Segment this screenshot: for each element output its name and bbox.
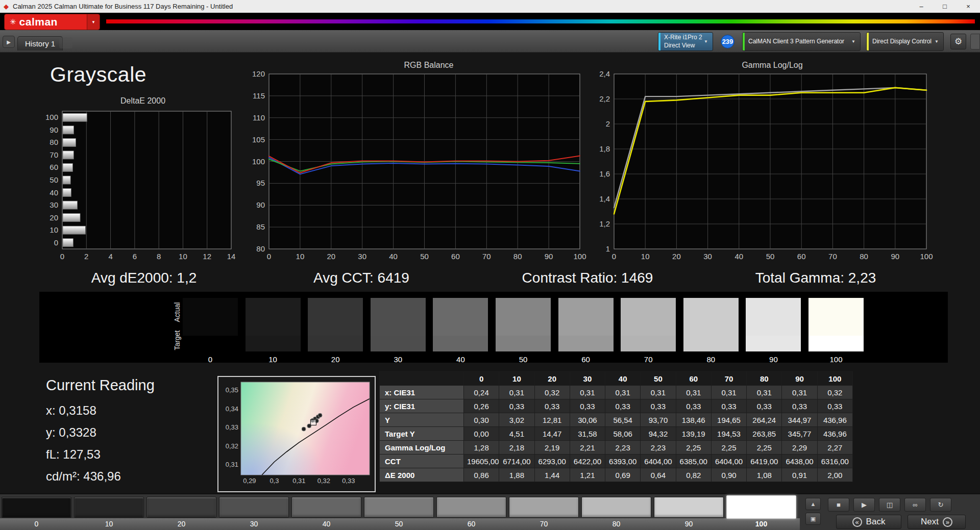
table-col-header: 50: [641, 372, 676, 386]
svg-text:20: 20: [672, 252, 681, 261]
eject-icon-button[interactable]: ▲: [805, 498, 821, 510]
pattern-level-button-50[interactable]: [364, 497, 434, 518]
minimize-button[interactable]: –: [910, 0, 933, 13]
pattern-level-button-80[interactable]: [581, 497, 651, 518]
svg-text:70: 70: [482, 252, 491, 261]
pattern-level-button-70[interactable]: [509, 497, 579, 518]
svg-text:50: 50: [420, 252, 429, 261]
svg-text:30: 30: [703, 252, 712, 261]
swatch-label-60: 60: [558, 355, 614, 364]
calman-logo[interactable]: ✳ calman ▾: [4, 14, 100, 30]
rgb-balance-plot: 0102030405060708090100808590951001051101…: [250, 71, 607, 265]
meter-count-badge[interactable]: 239: [721, 35, 734, 48]
table-cell: 0,31: [499, 386, 534, 399]
new-tab-button[interactable]: [59, 37, 72, 48]
grayscale-swatches: Actual Target 0102030405060708090100: [39, 292, 948, 363]
meter-dropdown[interactable]: X-Rite i1Pro 2 Direct View ▼: [658, 32, 713, 51]
svg-text:2,4: 2,4: [599, 71, 610, 78]
svg-text:1,6: 1,6: [599, 169, 610, 178]
table-cell: 0,33: [605, 399, 641, 413]
display-control-dropdown[interactable]: Direct Display Control ▼: [866, 32, 944, 51]
pattern-generator-dropdown[interactable]: CalMAN Client 3 Pattern Generator ▼: [742, 32, 861, 51]
pattern-level-button-20[interactable]: [146, 497, 216, 518]
calman-logo-text: calman: [19, 15, 58, 29]
svg-text:0,31: 0,31: [226, 461, 238, 468]
pattern-level-label-40: 40: [291, 518, 361, 530]
continuous-measure-button[interactable]: ∞: [904, 498, 926, 512]
tab-history-1[interactable]: History 1: [17, 36, 63, 51]
grayscale-swatch-40: 40: [433, 298, 488, 364]
table-row-label: x: CIE31: [380, 386, 464, 399]
table-cell: 4,51: [499, 427, 534, 441]
save-button[interactable]: ◫: [879, 498, 900, 512]
pattern-level-button-60[interactable]: [436, 497, 506, 518]
svg-text:100: 100: [920, 252, 933, 261]
svg-text:10: 10: [641, 252, 650, 261]
table-cell: 2,23: [641, 441, 676, 455]
svg-text:80: 80: [256, 244, 265, 253]
grayscale-swatch-80: 80: [683, 298, 739, 364]
svg-text:60: 60: [451, 252, 460, 261]
svg-text:70: 70: [50, 150, 58, 159]
pattern-level-button-30[interactable]: [219, 497, 289, 518]
close-button[interactable]: ×: [957, 0, 980, 13]
next-button[interactable]: Next »: [908, 515, 966, 529]
svg-text:2: 2: [84, 252, 88, 261]
svg-text:105: 105: [252, 135, 265, 144]
back-button[interactable]: « Back: [836, 515, 901, 529]
refresh-button[interactable]: ↻: [930, 498, 951, 512]
table-cell: 0,33: [782, 399, 817, 413]
calman-app-window: ◆ Calman 2025 Calman Ultimate for Busine…: [0, 0, 980, 530]
current-reading-y: y: 0,3328: [46, 425, 96, 440]
table-cell: 344,97: [782, 413, 817, 427]
calman-menu-arrow-icon[interactable]: ▾: [87, 14, 100, 30]
table-cell: 2,25: [676, 441, 711, 455]
svg-text:80: 80: [50, 138, 58, 146]
swatch-target-10: [246, 336, 301, 351]
table-cell: 56,54: [605, 413, 641, 427]
play-button[interactable]: ▶: [853, 498, 875, 512]
settings-gear-button[interactable]: ⚙: [950, 34, 966, 49]
pattern-level-button-10[interactable]: [74, 497, 144, 518]
meter-accent: [658, 33, 660, 51]
history-panel-toggle-button[interactable]: ▶: [3, 36, 15, 48]
table-cell: 1,21: [570, 468, 605, 482]
table-cell: 194,65: [711, 413, 746, 427]
table-row-label: y: CIE31: [380, 399, 464, 413]
table-row-label: CCT: [380, 455, 464, 468]
svg-text:10: 10: [179, 252, 187, 261]
pattern-level-label-90: 90: [654, 518, 724, 530]
table-cell: 94,32: [641, 427, 676, 441]
table-cell: 0,33: [747, 399, 782, 413]
brand-bar: ✳ calman ▾: [0, 13, 980, 30]
svg-text:30: 30: [358, 252, 366, 261]
table-cell: 0,24: [464, 386, 499, 399]
svg-text:110: 110: [253, 113, 265, 122]
toolbar-edge-button[interactable]: [970, 34, 980, 49]
maximize-button[interactable]: □: [933, 0, 957, 13]
pattern-level-button-90[interactable]: [654, 497, 724, 518]
table-cell: 0,91: [782, 468, 817, 482]
table-cell: 12,81: [534, 413, 570, 427]
window-title: Calman 2025 Calman Ultimate for Business…: [13, 3, 233, 10]
table-cell: 1,44: [534, 468, 570, 482]
table-row: x: CIE310,240,310,320,310,310,310,310,31…: [380, 386, 853, 399]
swatch-label-70: 70: [621, 355, 676, 364]
pattern-level-button-100[interactable]: [726, 495, 796, 519]
table-cell: 0,33: [570, 399, 605, 413]
table-cell: 0,31: [747, 386, 782, 399]
swatch-label-40: 40: [433, 355, 488, 364]
svg-text:50: 50: [766, 252, 775, 261]
table-cell: 0,26: [464, 399, 499, 413]
stat-avg-cct: Avg CCT: 6419: [313, 270, 409, 286]
pattern-level-button-0[interactable]: [2, 497, 71, 518]
pattern-level-button-40[interactable]: [291, 497, 361, 518]
swatch-actual-50: [496, 298, 551, 336]
svg-text:1,4: 1,4: [599, 194, 610, 203]
svg-text:8: 8: [157, 252, 161, 261]
pattern-window-button[interactable]: ▣: [805, 513, 821, 525]
table-cell: 264,24: [747, 413, 782, 427]
table-cell: 0,82: [676, 468, 711, 482]
table-cell: 0,31: [676, 386, 711, 399]
stop-button[interactable]: ■: [828, 498, 849, 512]
